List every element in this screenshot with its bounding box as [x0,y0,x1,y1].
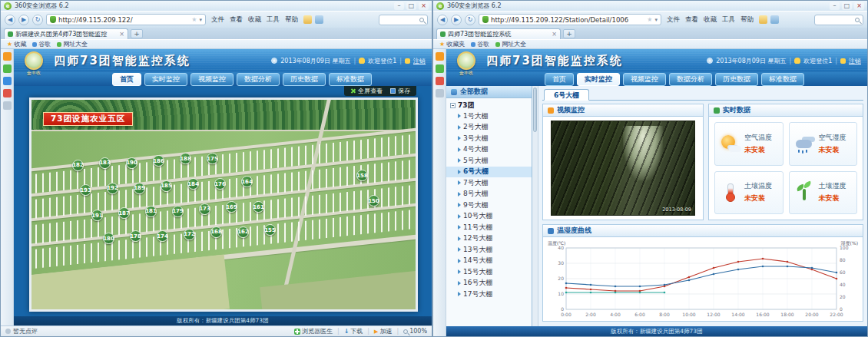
tree-item-3[interactable]: 3号大棚 [446,133,532,144]
status-item-1[interactable]: 浏览器医生 [294,327,333,335]
close-button[interactable]: × [854,2,864,10]
greenhouse-marker-168[interactable]: 168 [210,226,222,238]
tree-item-16[interactable]: 16号大棚 [446,278,532,289]
tree-item-7[interactable]: 7号大棚 [446,177,532,189]
side-tool-icon-5[interactable] [3,101,12,110]
greenhouse-marker-169[interactable]: 169 [226,201,237,213]
tree-item-1[interactable]: 1号大棚 [446,111,532,122]
greenhouse-marker-173[interactable]: 173 [199,203,210,215]
refresh-button[interactable]: ↻ [32,15,43,25]
greenhouse-marker-181[interactable]: 181 [145,206,157,217]
greenhouse-marker-185[interactable]: 185 [161,180,172,192]
bookmark-3[interactable]: 网址大全 [495,40,526,48]
sensor-card-4[interactable]: 土壤湿度未安装 [789,171,858,215]
new-tab-button[interactable]: + [131,29,143,38]
tree-item-2[interactable]: 2号大棚 [446,122,532,134]
sensor-card-1[interactable]: 空气温度未安装 [714,122,784,166]
tree-root-node[interactable]: 73团 [446,100,532,111]
tree-item-9[interactable]: 9号大棚 [446,200,532,211]
sensor-card-3[interactable]: 土壤温度未安装 [714,171,784,215]
bookmark-1[interactable]: ★收藏 [7,40,26,48]
menu-item-1[interactable]: 文件 [667,15,680,25]
browser-tab[interactable]: 新疆建设兵团第4师73团智能监控 × [4,28,128,39]
greenhouse-marker-175[interactable]: 175 [207,153,218,164]
menu-item-4[interactable]: 工具 [267,15,280,25]
skin-icon[interactable] [770,15,779,24]
menu-item-1[interactable]: 文件 [211,15,224,25]
tree-item-14[interactable]: 14号大棚 [446,256,532,267]
nav-tab-3[interactable]: 视频监控 [623,73,666,86]
titlebar[interactable]: e 360安全浏览器 6.2 – □ × [1,1,432,11]
greenhouse-marker-193[interactable]: 193 [80,184,91,196]
side-tool-icon-2[interactable] [3,64,12,73]
greenhouse-marker-172[interactable]: 172 [184,229,195,240]
tree-item-12[interactable]: 12号大棚 [446,233,532,245]
minimize-button[interactable]: – [394,2,404,10]
nav-tab-6[interactable]: 标准数据 [329,73,372,86]
greenhouse-marker-176[interactable]: 176 [214,178,226,190]
menu-item-2[interactable]: 查看 [685,15,698,25]
logout-link[interactable]: 注销 [849,57,861,65]
tab-close-icon[interactable]: × [119,31,124,38]
collapse-icon[interactable] [450,103,456,108]
back-button[interactable]: ◀ [437,15,448,25]
greenhouse-marker-189[interactable]: 189 [134,183,145,194]
side-tool-icon-4[interactable] [436,89,444,97]
new-tab-button[interactable]: + [563,29,575,38]
greenhouse-marker-179[interactable]: 179 [172,206,184,217]
tree-item-11[interactable]: 11号大棚 [446,222,532,233]
menu-item-5[interactable]: 帮助 [740,15,754,25]
tree-item-10[interactable]: 10号大棚 [446,211,532,223]
address-bar[interactable]: http://49.115.209.122/Station/Detail/100… [479,14,661,25]
search-box[interactable] [379,15,428,25]
greenhouse-marker-191[interactable]: 191 [91,210,103,221]
menu-item-3[interactable]: 收藏 [704,15,717,25]
menu-item-3[interactable]: 收藏 [248,15,261,25]
side-tool-icon-2[interactable] [436,64,444,73]
side-tool-icon-1[interactable] [3,52,12,61]
tree-item-5[interactable]: 5号大棚 [446,155,532,167]
login-icon[interactable] [759,15,767,24]
address-bar[interactable]: http://49.115.209.122/ ★ ▾ [46,14,206,25]
minimize-button[interactable]: – [830,2,840,10]
nav-tab-6[interactable]: 标准数据 [761,73,804,86]
tab-close-icon[interactable]: × [552,31,557,38]
scrollbar-thumb[interactable] [533,88,537,132]
tree-item-6[interactable]: 6号大棚 [446,167,532,178]
nav-tab-2[interactable]: 实时监控 [144,73,187,86]
search-box[interactable] [814,15,863,25]
forward-button[interactable]: ▶ [18,15,29,25]
bookmark-star-icon[interactable]: ★ [647,16,652,23]
video-feed[interactable]: 2013-08-09 [551,121,695,216]
greenhouse-marker-188[interactable]: 188 [180,153,191,164]
tree-item-17[interactable]: 17号大棚 [446,289,532,300]
skin-icon[interactable] [315,15,323,24]
logout-link[interactable]: 注销 [413,57,426,65]
greenhouse-marker-174[interactable]: 174 [157,230,168,242]
close-button[interactable]: × [419,2,429,10]
forward-button[interactable]: ▶ [451,15,462,25]
side-tool-icon-1[interactable] [436,52,444,61]
nav-tab-1[interactable]: 首页 [545,73,574,86]
greenhouse-marker-182[interactable]: 182 [72,160,84,171]
menu-item-5[interactable]: 帮助 [285,15,298,25]
tree-item-8[interactable]: 8号大棚 [446,189,532,200]
side-tool-icon-4[interactable] [3,89,12,97]
greenhouse-marker-161[interactable]: 161 [253,201,264,213]
status-item-2[interactable]: ↓下载 [344,327,363,335]
tree-item-15[interactable]: 15号大棚 [446,266,532,278]
maximize-button[interactable]: □ [406,2,416,10]
greenhouse-marker-184[interactable]: 184 [187,178,199,190]
maximize-button[interactable]: □ [842,2,852,10]
tree-item-13[interactable]: 13号大棚 [446,244,532,256]
greenhouse-marker-187[interactable]: 187 [118,207,130,219]
bookmark-3[interactable]: 网址大全 [57,40,88,48]
titlebar[interactable]: e 360安全浏览器 6.2 – □ × [433,1,867,11]
url-dropdown-icon[interactable]: ▾ [654,17,658,23]
menu-item-4[interactable]: 工具 [722,15,735,25]
greenhouse-marker-150[interactable]: 150 [368,195,379,206]
side-tool-icon-3[interactable] [436,77,444,85]
greenhouse-tab[interactable]: 6号大棚 [544,89,589,101]
bookmark-star-icon[interactable]: ★ [191,16,197,23]
nav-tab-5[interactable]: 历史数据 [283,73,326,86]
